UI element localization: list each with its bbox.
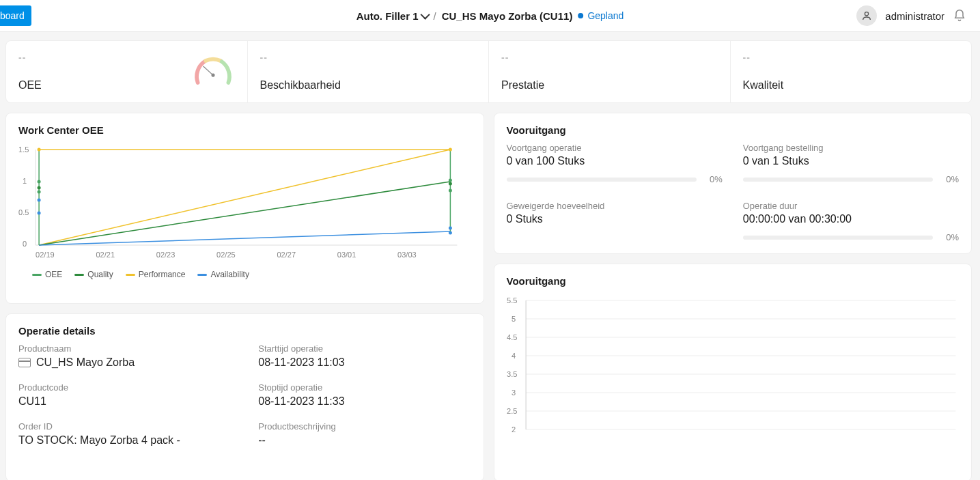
chart1-ytick: 0 [23,240,27,248]
status-text: Gepland [587,10,624,21]
progress-bar-duration [743,236,933,240]
svg-point-20 [449,189,452,193]
product-icon [18,358,31,367]
svg-line-7 [39,182,450,245]
chart1-ytick: 0.5 [18,208,29,216]
kpi-quality: -- Kwaliteit [731,41,972,102]
kpi-quality-label: Kwaliteit [743,79,960,91]
topbar: board Auto. Filler 1 / CU_HS Mayo Zorba … [0,0,980,32]
chart1-xtick: 02/19 [36,251,55,259]
kpi-availability-value: -- [260,52,477,63]
kpi-performance-value: -- [501,52,718,63]
gauge-icon [191,50,235,94]
chart2-ytick: 5.5 [507,296,517,305]
svg-point-21 [449,227,452,230]
board-button[interactable]: board [0,5,31,26]
detail-order-id: Order ID TO STOCK: Mayo Zorba 4 pack - [18,421,231,447]
chart1-xtick: 02/27 [277,251,296,259]
svg-line-6 [39,150,450,245]
user-area: administrator [856,5,966,26]
chart2-ytick: 4 [512,352,516,360]
chart2-svg: 5.5 5 4.5 4 3.5 3 2.5 2 [507,294,960,437]
svg-point-0 [865,12,869,16]
svg-point-10 [38,148,41,152]
progress-duration: Operatie duur 00:00:00 van 00:30:00 0% [743,201,959,242]
kpi-performance: -- Prestatie [489,41,731,102]
svg-point-14 [38,199,41,202]
chart1-ytick: 1 [23,177,27,185]
chart2-ytick: 2.5 [507,407,517,415]
status-badge: Gepland [578,10,624,21]
user-icon [861,10,872,21]
chart2-title: Vooruitgang [507,275,960,287]
breadcrumb-separator: / [434,10,436,22]
svg-point-12 [38,186,41,190]
chart2-ytick: 3 [512,389,516,397]
kpi-oee-value: -- [18,52,42,63]
progress-order: Voortgang bestelling 0 van 1 Stuks 0% [743,143,959,184]
kpi-quality-value: -- [743,52,960,63]
chart1-title: Work Center OEE [18,124,471,136]
progress-bar-order [743,178,933,182]
chart-progress: Vooruitgang 5.5 5 4.5 4 3.5 3 2.5 2 [494,264,972,480]
avatar[interactable] [856,5,877,26]
status-dot-icon [578,13,583,18]
chart1-svg: 1.5 1 0.5 0 [18,143,471,266]
kpi-performance-label: Prestatie [501,79,718,91]
username: administrator [885,10,944,22]
kpi-oee: -- OEE [6,41,248,102]
svg-point-18 [449,179,452,182]
legend-performance[interactable]: Performance [126,270,186,279]
progress-panel: Vooruitgang Voortgang operatie 0 van 100… [494,113,972,254]
svg-point-13 [38,190,41,194]
legend-oee[interactable]: OEE [32,270,62,279]
chart1-xtick: 03/01 [337,251,356,259]
chart2-ytick: 3.5 [507,370,517,378]
chart-work-center-oee: Work Center OEE 1.5 1 0.5 0 [5,113,484,304]
work-center-selector[interactable]: Auto. Filler 1 [356,10,428,22]
detail-product-name: Productnaam CU_HS Mayo Zorba [18,343,231,369]
work-center-name: Auto. Filler 1 [356,10,419,22]
detail-description: Productbeschrijving -- [258,421,471,447]
kpi-availability: -- Beschikbaarheid [248,41,490,102]
chart1-xtick: 02/25 [216,251,236,259]
kpi-bar: -- OEE -- Beschikbaarheid -- Prestatie -… [5,40,972,103]
svg-point-11 [38,180,41,184]
kpi-availability-label: Beschikbaarheid [260,79,477,91]
bell-icon[interactable] [953,9,966,23]
chart1-xtick: 02/21 [96,251,115,259]
chart1-legend: OEE Quality Performance Availability [32,270,471,279]
progress-bar-operation [507,178,697,182]
detail-start-time: Starttijd operatie 08-11-2023 11:03 [258,343,471,369]
svg-point-19 [449,182,452,186]
legend-availability[interactable]: Availability [197,270,249,279]
svg-line-8 [39,231,450,245]
details-title: Operatie details [18,325,471,337]
svg-point-17 [449,148,452,152]
breadcrumb: Auto. Filler 1 / CU_HS Mayo Zorba (CU11)… [356,10,624,22]
detail-stop-time: Stoptijd operatie 08-11-2023 11:33 [258,382,471,408]
progress-operation: Voortgang operatie 0 van 100 Stuks 0% [507,143,723,184]
progress-rejected: Geweigerde hoeveelheid 0 Stuks [507,201,723,242]
svg-point-22 [449,231,452,235]
chart1-xtick: 02/23 [156,251,176,259]
kpi-oee-label: OEE [18,79,42,91]
legend-quality[interactable]: Quality [74,270,113,279]
svg-line-2 [203,66,212,75]
operation-name: CU_HS Mayo Zorba (CU11) [442,10,573,22]
svg-point-15 [38,212,41,215]
chart1-ytick: 1.5 [18,145,29,154]
chart2-ytick: 2 [512,425,516,434]
progress-title: Vooruitgang [507,124,960,136]
operation-details: Operatie details Productnaam CU_HS Mayo … [5,313,484,480]
chart2-ytick: 5 [512,315,516,323]
chevron-down-icon [421,10,430,20]
detail-product-code: Productcode CU11 [18,382,231,408]
chart1-xtick: 03/03 [397,251,417,259]
chart2-ytick: 4.5 [507,333,517,341]
